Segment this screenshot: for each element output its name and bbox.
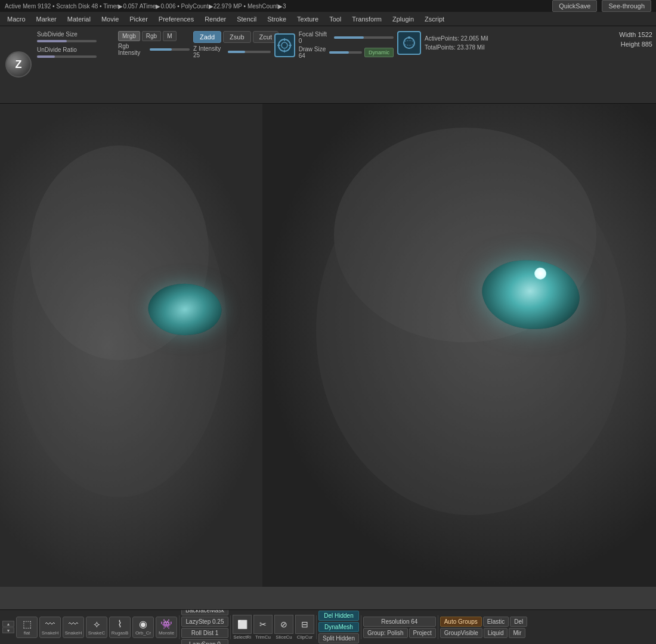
lazy-snap-button[interactable]: LazySnap 0 <box>181 639 228 645</box>
menu-material[interactable]: Material <box>63 14 95 24</box>
focal-shift-fill <box>334 36 364 39</box>
select-rect-label: SelectRi <box>233 634 251 640</box>
rgb-button[interactable]: Rgb <box>142 31 161 41</box>
mrgb-button[interactable]: Mrgb <box>118 31 140 41</box>
liquid-button[interactable]: Liquid <box>484 628 508 638</box>
points-row: ActivePoints: 22.065 Mil TotalPoints: 23… <box>397 31 488 55</box>
clip-curve-tool[interactable]: ⊟ ClipCur <box>295 615 314 640</box>
menu-zscript[interactable]: Zscript <box>420 14 449 24</box>
svg-point-1 <box>281 42 287 48</box>
bottom-bar: ▲ ▼ ⬚ flat 〰 SnakeH 〰 SnakeH ⟡ SnakeC ⌇ … <box>0 609 656 644</box>
slice-curve-label: SliceCu <box>276 634 292 640</box>
divider-2 <box>230 615 231 639</box>
backface-mask-button[interactable]: BackfaceMask <box>181 609 228 615</box>
resolution-button[interactable]: Resolution 64 <box>363 617 436 627</box>
undivide-slider-fill <box>37 55 55 58</box>
z-intensity-slider[interactable] <box>228 51 271 53</box>
lazy-step-button[interactable]: LazyStep 0.25 <box>181 617 228 627</box>
arrow-buttons[interactable]: ▲ ▼ <box>2 621 14 633</box>
focal-shift-row: Focal Shift 0 <box>299 31 394 44</box>
selection-tools-group: ⬜ SelectRi ✂ TrimCu ⊘ SliceCu ⊟ ClipCur <box>233 615 314 640</box>
menu-marker[interactable]: Marker <box>32 14 61 24</box>
clip-curve-label: ClipCur <box>297 634 313 640</box>
z-intensity-fill <box>228 51 245 53</box>
z-intensity-row: Z Intensity 25 <box>193 45 271 58</box>
mir-button[interactable]: Mir <box>509 628 525 638</box>
svg-point-6 <box>404 38 414 48</box>
brush-snakec[interactable]: ⟡ SnakeC <box>86 617 107 638</box>
brush-flat[interactable]: ⬚ flat <box>16 617 38 638</box>
color-buttons-row: Mrgb Rgb M <box>118 31 190 41</box>
menu-picker[interactable]: Picker <box>125 14 153 24</box>
auto-groups-section: Auto Groups Elastic Del GroupVisible Liq… <box>440 617 528 638</box>
menu-render[interactable]: Render <box>200 14 231 24</box>
select-rect-tool[interactable]: ⬜ SelectRi <box>233 615 252 640</box>
undivide-slider-row[interactable] <box>37 55 115 58</box>
group-project-row: Group: Polish Project <box>363 628 436 638</box>
undivide-slider-track[interactable] <box>37 55 97 58</box>
dynamic-button[interactable]: Dynamic <box>364 48 394 57</box>
dyna-mesh-button[interactable]: DynaMesh <box>318 622 359 632</box>
draw-size-slider[interactable] <box>329 51 362 54</box>
rgb-intensity-slider[interactable] <box>150 48 190 51</box>
select-rect-icon: ⬜ <box>233 615 252 634</box>
menu-macro[interactable]: Macro <box>2 14 30 24</box>
slice-curve-tool[interactable]: ⊘ SliceCu <box>274 615 293 640</box>
backface-lazy-group: BackfaceMask LazyStep 0.25 Roll Dist 1 L… <box>181 609 228 644</box>
brush-monster[interactable]: 👾 Monste <box>156 617 177 638</box>
brush-snakeh2[interactable]: 〰 SnakeH <box>63 617 84 638</box>
rgb-intensity-row: Rgb Intensity <box>118 43 190 56</box>
group-button[interactable]: Group: Polish <box>363 628 408 638</box>
split-hidden-button[interactable]: Split Hidden <box>318 633 359 643</box>
menu-zplugin[interactable]: Zplugin <box>388 14 419 24</box>
subdivide-slider-row[interactable] <box>37 40 115 42</box>
group-visible-button[interactable]: GroupVisible <box>440 628 482 638</box>
menu-preferences[interactable]: Preferences <box>154 14 199 24</box>
menu-texture[interactable]: Texture <box>292 14 323 24</box>
brush-snakeh1[interactable]: 〰 SnakeH <box>39 617 61 638</box>
menu-stroke[interactable]: Stroke <box>262 14 291 24</box>
zadd-button[interactable]: Zadd <box>193 31 221 43</box>
menu-transform[interactable]: Transform <box>347 14 386 24</box>
trim-curve-tool[interactable]: ✂ TrimCu <box>253 615 273 640</box>
width-label: Width 1522 <box>619 31 652 38</box>
quicksave-button[interactable]: QuickSave <box>552 0 597 12</box>
focal-controls: Focal Shift 0 Draw Size 64 Dynamic <box>299 31 394 59</box>
roll-dist-button[interactable]: Roll Dist 1 <box>181 628 228 638</box>
svg-point-7 <box>404 41 414 45</box>
status-bar: Active Mem 9192 • Scratch Disk 48 • Time… <box>0 0 656 12</box>
logo-area: Z <box>4 29 33 100</box>
seethrough-button[interactable]: See-through <box>602 0 651 12</box>
menu-tool[interactable]: Tool <box>324 14 346 24</box>
menu-movie[interactable]: Movie <box>97 14 123 24</box>
divider-1 <box>179 615 180 639</box>
arrow-up-button[interactable]: ▲ <box>2 621 14 627</box>
undivide-ratio-label: UnDivide Ratio <box>37 47 115 53</box>
project-button[interactable]: Project <box>409 628 436 638</box>
viewport[interactable] <box>0 104 656 587</box>
points-icon[interactable] <box>397 31 421 55</box>
brush-rugasb[interactable]: ⌇ RugasB <box>109 617 131 638</box>
color-section: Mrgb Rgb M Rgb Intensity <box>118 29 190 56</box>
m-button[interactable]: M <box>163 31 176 41</box>
zsub-button[interactable]: Zsub <box>223 31 250 43</box>
resolution-group: Resolution 64 Group: Polish Project <box>363 617 436 638</box>
brush-orb[interactable]: ◉ Orb_Cr <box>132 617 154 638</box>
focal-icon[interactable] <box>274 33 295 57</box>
active-points-label: ActivePoints: 22.065 Mil <box>425 35 488 42</box>
elastic-button[interactable]: Elastic <box>483 617 509 627</box>
del-hidden-button[interactable]: Del Hidden <box>318 611 359 621</box>
focal-shift-slider[interactable] <box>334 36 394 39</box>
divider-5 <box>438 615 438 639</box>
divider-4 <box>361 615 361 639</box>
subdivide-slider-track[interactable] <box>37 40 97 42</box>
focal-section: Focal Shift 0 Draw Size 64 Dynamic <box>274 29 394 59</box>
menu-stencil[interactable]: Stencil <box>232 14 261 24</box>
auto-groups-button[interactable]: Auto Groups <box>440 617 482 627</box>
trim-curve-label: TrimCu <box>255 634 271 640</box>
arrow-down-button[interactable]: ▼ <box>2 627 14 633</box>
del-button[interactable]: Del <box>510 617 527 627</box>
mesh-ops-group: Del Hidden DynaMesh Split Hidden <box>318 611 359 643</box>
z-buttons-row: Zadd Zsub Zcut <box>193 31 271 43</box>
group-visible-liquid-mir-row: GroupVisible Liquid Mir <box>440 628 528 638</box>
